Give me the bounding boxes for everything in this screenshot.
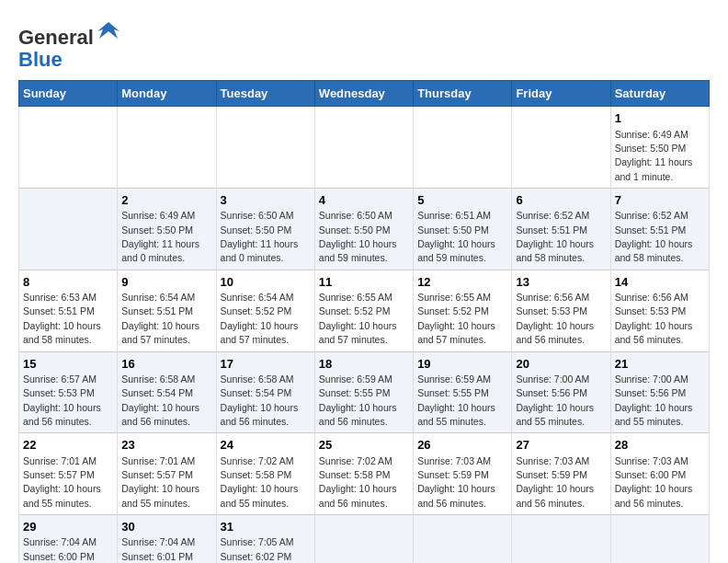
- day-number: 13: [516, 274, 606, 291]
- calendar-cell: 11Sunrise: 6:55 AMSunset: 5:52 PMDayligh…: [314, 270, 413, 351]
- calendar-cell: 2Sunrise: 6:49 AMSunset: 5:50 PMDaylight…: [118, 189, 216, 270]
- day-number: 6: [516, 192, 606, 209]
- calendar-cell: [512, 515, 610, 563]
- day-info: Sunrise: 6:58 AMSunset: 5:54 PMDaylight:…: [121, 373, 199, 427]
- day-number: 16: [121, 356, 211, 373]
- day-info: Sunrise: 7:01 AMSunset: 5:57 PMDaylight:…: [121, 455, 199, 509]
- day-info: Sunrise: 7:04 AMSunset: 6:00 PMDaylight:…: [23, 536, 101, 563]
- calendar-cell: 5Sunrise: 6:51 AMSunset: 5:50 PMDaylight…: [414, 189, 512, 270]
- header-row: SundayMondayTuesdayWednesdayThursdayFrid…: [19, 81, 710, 107]
- logo-blue: Blue: [18, 48, 63, 71]
- empty-cell: [314, 107, 413, 189]
- day-number: 28: [615, 437, 705, 454]
- day-info: Sunrise: 7:00 AMSunset: 5:56 PMDaylight:…: [615, 373, 693, 427]
- day-number: 8: [23, 274, 113, 291]
- day-number: 5: [417, 192, 507, 209]
- calendar-cell: 14Sunrise: 6:56 AMSunset: 5:53 PMDayligh…: [610, 270, 709, 351]
- day-number: 20: [516, 356, 606, 373]
- calendar-cell: 28Sunrise: 7:03 AMSunset: 6:00 PMDayligh…: [610, 433, 709, 515]
- day-info: Sunrise: 6:49 AMSunset: 5:50 PMDaylight:…: [121, 210, 199, 263]
- week-row: 8Sunrise: 6:53 AMSunset: 5:51 PMDaylight…: [19, 270, 710, 351]
- day-info: Sunrise: 6:55 AMSunset: 5:52 PMDaylight:…: [417, 292, 495, 345]
- day-number: 21: [615, 356, 705, 373]
- day-info: Sunrise: 6:59 AMSunset: 5:55 PMDaylight:…: [417, 373, 495, 427]
- day-info: Sunrise: 6:49 AMSunset: 5:50 PMDaylight:…: [615, 129, 693, 182]
- svg-marker-0: [97, 22, 119, 39]
- empty-cell: [19, 189, 118, 270]
- calendar-cell: 12Sunrise: 6:55 AMSunset: 5:52 PMDayligh…: [414, 270, 512, 351]
- header-day-friday: Friday: [512, 81, 610, 107]
- day-info: Sunrise: 7:05 AMSunset: 6:02 PMDaylight:…: [221, 536, 299, 563]
- calendar-cell: [314, 515, 413, 563]
- calendar-cell: 15Sunrise: 6:57 AMSunset: 5:53 PMDayligh…: [19, 351, 118, 433]
- calendar-cell: 30Sunrise: 7:04 AMSunset: 6:01 PMDayligh…: [118, 515, 216, 563]
- day-number: 1: [615, 110, 705, 127]
- calendar-cell: 1Sunrise: 6:49 AMSunset: 5:50 PMDaylight…: [610, 107, 709, 189]
- header-day-saturday: Saturday: [610, 81, 709, 107]
- day-number: 3: [221, 192, 311, 209]
- day-info: Sunrise: 6:50 AMSunset: 5:50 PMDaylight:…: [319, 210, 397, 263]
- day-info: Sunrise: 6:52 AMSunset: 5:51 PMDaylight:…: [615, 210, 693, 263]
- day-info: Sunrise: 6:52 AMSunset: 5:51 PMDaylight:…: [516, 210, 594, 263]
- day-info: Sunrise: 7:00 AMSunset: 5:56 PMDaylight:…: [516, 373, 594, 427]
- day-number: 27: [516, 437, 606, 454]
- day-number: 11: [319, 274, 409, 291]
- day-info: Sunrise: 7:02 AMSunset: 5:58 PMDaylight:…: [221, 455, 299, 509]
- day-info: Sunrise: 7:01 AMSunset: 5:57 PMDaylight:…: [23, 455, 101, 509]
- day-number: 2: [121, 192, 211, 209]
- calendar-cell: 4Sunrise: 6:50 AMSunset: 5:50 PMDaylight…: [314, 189, 413, 270]
- day-number: 25: [319, 437, 409, 454]
- calendar-cell: 13Sunrise: 6:56 AMSunset: 5:53 PMDayligh…: [512, 270, 610, 351]
- calendar-cell: 9Sunrise: 6:54 AMSunset: 5:51 PMDaylight…: [118, 270, 216, 351]
- calendar-cell: 29Sunrise: 7:04 AMSunset: 6:00 PMDayligh…: [19, 515, 118, 563]
- week-row: 29Sunrise: 7:04 AMSunset: 6:00 PMDayligh…: [19, 515, 710, 563]
- day-info: Sunrise: 6:54 AMSunset: 5:52 PMDaylight:…: [221, 292, 299, 345]
- calendar-cell: 22Sunrise: 7:01 AMSunset: 5:57 PMDayligh…: [19, 433, 118, 515]
- calendar-cell: 7Sunrise: 6:52 AMSunset: 5:51 PMDaylight…: [610, 189, 709, 270]
- calendar-cell: 18Sunrise: 6:59 AMSunset: 5:55 PMDayligh…: [314, 351, 413, 433]
- calendar-cell: 26Sunrise: 7:03 AMSunset: 5:59 PMDayligh…: [414, 433, 512, 515]
- day-number: 19: [417, 356, 507, 373]
- header-day-thursday: Thursday: [414, 81, 512, 107]
- calendar-cell: 6Sunrise: 6:52 AMSunset: 5:51 PMDaylight…: [512, 189, 610, 270]
- day-info: Sunrise: 6:57 AMSunset: 5:53 PMDaylight:…: [23, 373, 101, 427]
- day-number: 15: [23, 356, 113, 373]
- day-info: Sunrise: 7:03 AMSunset: 6:00 PMDaylight:…: [615, 455, 693, 509]
- calendar-cell: [610, 515, 709, 563]
- day-info: Sunrise: 6:51 AMSunset: 5:50 PMDaylight:…: [417, 210, 495, 263]
- header-day-monday: Monday: [118, 81, 216, 107]
- day-info: Sunrise: 7:03 AMSunset: 5:59 PMDaylight:…: [417, 455, 495, 509]
- day-number: 17: [221, 356, 311, 373]
- day-info: Sunrise: 6:59 AMSunset: 5:55 PMDaylight:…: [319, 373, 397, 427]
- day-number: 29: [23, 519, 113, 535]
- day-info: Sunrise: 6:50 AMSunset: 5:50 PMDaylight:…: [221, 210, 299, 263]
- week-row: 2Sunrise: 6:49 AMSunset: 5:50 PMDaylight…: [19, 189, 710, 270]
- day-info: Sunrise: 6:54 AMSunset: 5:51 PMDaylight:…: [121, 292, 199, 345]
- day-number: 12: [417, 274, 507, 291]
- day-number: 7: [615, 192, 705, 209]
- day-info: Sunrise: 7:02 AMSunset: 5:58 PMDaylight:…: [319, 455, 397, 509]
- day-number: 30: [121, 519, 211, 535]
- day-info: Sunrise: 6:53 AMSunset: 5:51 PMDaylight:…: [23, 292, 101, 345]
- empty-cell: [19, 107, 118, 189]
- calendar-cell: 10Sunrise: 6:54 AMSunset: 5:52 PMDayligh…: [216, 270, 314, 351]
- logo: General Blue: [18, 18, 121, 71]
- header-day-wednesday: Wednesday: [314, 81, 413, 107]
- calendar-table: SundayMondayTuesdayWednesdayThursdayFrid…: [18, 80, 710, 563]
- day-info: Sunrise: 7:04 AMSunset: 6:01 PMDaylight:…: [121, 536, 199, 563]
- day-number: 26: [417, 437, 507, 454]
- calendar-cell: [414, 515, 512, 563]
- day-number: 4: [319, 192, 409, 209]
- calendar-cell: 24Sunrise: 7:02 AMSunset: 5:58 PMDayligh…: [216, 433, 314, 515]
- header-day-sunday: Sunday: [19, 81, 118, 107]
- day-info: Sunrise: 6:56 AMSunset: 5:53 PMDaylight:…: [615, 292, 693, 345]
- calendar-cell: 3Sunrise: 6:50 AMSunset: 5:50 PMDaylight…: [216, 189, 314, 270]
- calendar-cell: 27Sunrise: 7:03 AMSunset: 5:59 PMDayligh…: [512, 433, 610, 515]
- calendar-cell: 16Sunrise: 6:58 AMSunset: 5:54 PMDayligh…: [118, 351, 216, 433]
- empty-cell: [118, 107, 216, 189]
- day-info: Sunrise: 6:58 AMSunset: 5:54 PMDaylight:…: [221, 373, 299, 427]
- day-number: 9: [121, 274, 211, 291]
- header-day-tuesday: Tuesday: [216, 81, 314, 107]
- day-number: 14: [615, 274, 705, 291]
- week-row: 15Sunrise: 6:57 AMSunset: 5:53 PMDayligh…: [19, 351, 710, 433]
